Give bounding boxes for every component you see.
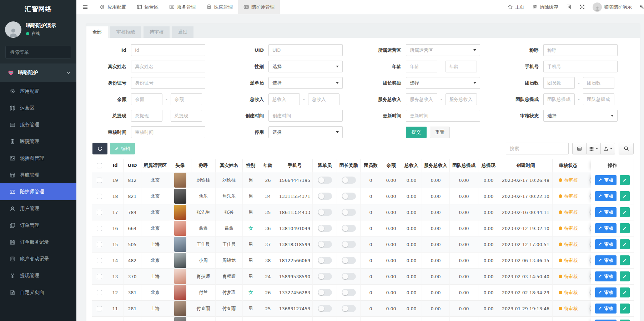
sidebar-item[interactable]: 账户变动记录 [0,250,76,267]
sidebar-item[interactable]: 导航管理 [0,167,76,183]
leader-reward-toggle[interactable] [342,257,356,264]
row-edit-button[interactable] [620,255,630,265]
topbar-tab[interactable]: 医院管理 [201,0,238,14]
team-commission-max-input[interactable] [583,93,614,105]
avatar[interactable] [174,237,186,252]
dispatcher-toggle[interactable] [318,209,332,216]
settings-button[interactable] [640,4,644,10]
service-income-min-input[interactable] [406,93,437,105]
region-filter-select[interactable]: 所属运营区 [406,44,480,56]
service-income-max-input[interactable] [446,93,477,105]
gender-filter-select[interactable]: 选择 [268,61,343,72]
row-edit-button[interactable] [620,320,630,321]
leader-reward-toggle[interactable] [342,177,356,184]
avatar[interactable] [174,189,186,204]
row-edit-button[interactable] [620,304,630,314]
created-time-input[interactable] [268,110,343,122]
members-min-input[interactable] [543,77,575,89]
status-tab[interactable]: 审核拒绝 [110,26,141,38]
avatar[interactable] [174,269,186,284]
dispatcher-toggle[interactable] [318,305,332,312]
edit-button[interactable]: 编辑 [110,143,135,154]
audit-status-filter-select[interactable]: 选择 [543,110,618,122]
row-checkbox[interactable] [97,306,102,311]
sidebar-item[interactable]: 订单服务记录 [0,234,76,250]
sidebar-item[interactable]: 服务管理 [0,116,76,133]
topbar-tab[interactable]: 运营区 [131,0,164,14]
sidebar-item[interactable]: 应用配置 [0,83,76,100]
leader-reward-filter-select[interactable]: 选择 [406,77,480,89]
audit-button[interactable]: 审核 [595,239,617,249]
audit-button[interactable]: 审核 [595,223,617,233]
leader-reward-toggle[interactable] [342,273,356,280]
row-edit-button[interactable] [620,271,630,281]
id-card-filter-input[interactable] [131,77,205,89]
sidebar-item[interactable]: 订单管理 [0,217,76,234]
sidebar-search-input[interactable] [10,49,72,55]
status-tab[interactable]: 全部 [86,26,108,38]
leader-reward-toggle[interactable] [342,305,356,312]
row-edit-button[interactable] [620,207,630,217]
sidebar-item[interactable]: 陪护师管理 [0,183,76,200]
real-name-filter-input[interactable] [131,61,205,72]
search-button[interactable] [619,143,634,154]
sidebar-item[interactable]: 运营区 [0,100,76,116]
audit-button[interactable]: 审核 [595,271,617,281]
dispatcher-filter-select[interactable]: 选择 [268,77,343,89]
avatar[interactable] [174,205,186,220]
row-checkbox[interactable] [97,274,102,279]
audit-button[interactable]: 审核 [595,175,617,185]
export-button[interactable] [601,143,615,154]
phone-filter-input[interactable] [543,61,618,72]
home-button[interactable]: 主页 [508,4,524,10]
table-search-input[interactable] [506,143,569,154]
row-edit-button[interactable] [620,287,630,297]
dispatcher-toggle[interactable] [318,193,332,200]
avatar[interactable] [174,253,186,268]
refresh-page-button[interactable] [566,4,572,10]
fullscreen-button[interactable] [579,4,585,10]
dispatcher-toggle[interactable] [318,289,332,296]
age-min-input[interactable] [406,61,437,72]
row-checkbox[interactable] [97,290,102,295]
leader-reward-toggle[interactable] [342,225,356,232]
avatar[interactable] [174,173,186,188]
withdraw-max-input[interactable] [171,110,202,122]
avatar[interactable] [174,221,186,236]
audit-button[interactable]: 审核 [595,304,617,314]
row-checkbox[interactable] [97,226,102,231]
hamburger-menu-button[interactable] [76,0,94,14]
audit-button[interactable]: 审核 [595,320,617,321]
uid-filter-input[interactable] [268,44,343,56]
detail-view-button[interactable] [572,143,587,154]
audit-time-input[interactable] [131,126,205,138]
row-checkbox[interactable] [97,258,102,263]
topbar-tab[interactable]: 陪护师管理 [238,0,280,14]
leader-reward-toggle[interactable] [342,241,356,248]
leader-reward-toggle[interactable] [342,289,356,296]
audit-button[interactable]: 审核 [595,191,617,201]
avatar[interactable] [174,285,186,300]
clear-cache-button[interactable]: 清除缓存 [532,4,558,10]
dispatcher-toggle[interactable] [318,241,332,248]
row-edit-button[interactable] [620,239,630,249]
nickname-filter-input[interactable] [543,44,618,56]
row-edit-button[interactable] [620,175,630,185]
avatar[interactable] [174,301,186,316]
balance-max-input[interactable] [171,93,202,105]
columns-button[interactable] [587,143,601,154]
sidebar-item[interactable]: 自定义页面 [0,284,76,301]
topbar-tab[interactable]: 服务管理 [164,0,201,14]
dispatcher-toggle[interactable] [318,257,332,264]
status-tab[interactable]: 待审核 [144,26,170,38]
updated-time-input[interactable] [406,110,480,122]
submit-button[interactable]: 提交 [406,127,427,138]
age-max-input[interactable] [446,61,477,72]
leader-reward-toggle[interactable] [342,193,356,200]
select-all-checkbox[interactable] [97,163,102,168]
row-edit-button[interactable] [620,223,630,233]
row-checkbox[interactable] [97,194,102,199]
income-max-input[interactable] [308,93,339,105]
dispatcher-toggle[interactable] [318,177,332,184]
sidebar-item[interactable]: 提现管理 [0,267,76,284]
